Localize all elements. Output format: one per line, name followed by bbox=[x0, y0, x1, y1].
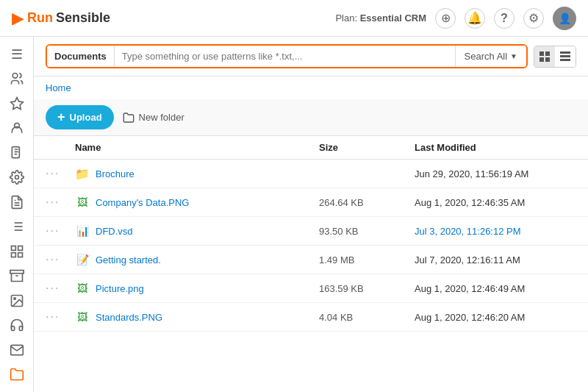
table-row: ··· 🖼 Standards.PNG 4.04 KB Aug 1, 2020,… bbox=[34, 303, 588, 332]
svg-rect-26 bbox=[560, 55, 570, 57]
svg-rect-23 bbox=[539, 57, 544, 62]
help-icon[interactable]: ? bbox=[494, 8, 514, 29]
sidebar-item-document[interactable] bbox=[4, 143, 30, 163]
row-options-button[interactable]: ··· bbox=[46, 224, 75, 238]
file-date-cell: Jun 29, 2020, 11:56:19 AM bbox=[415, 168, 576, 179]
upload-label: Upload bbox=[70, 112, 102, 123]
file-link[interactable]: Picture.png bbox=[96, 283, 144, 294]
add-icon[interactable]: ⊕ bbox=[435, 8, 456, 29]
row-options-button[interactable]: ··· bbox=[46, 167, 75, 180]
sidebar-item-favorites[interactable] bbox=[4, 93, 30, 114]
table-row: ··· 🖼 Company's Data.PNG 264.64 KB Aug 1… bbox=[34, 188, 588, 217]
upload-button[interactable]: + Upload bbox=[46, 105, 114, 129]
svg-rect-14 bbox=[18, 246, 22, 250]
notification-icon[interactable]: 🔔 bbox=[465, 8, 485, 29]
avatar[interactable]: 👤 bbox=[553, 7, 576, 30]
row-options-button[interactable]: ··· bbox=[46, 253, 75, 266]
sidebar-item-folder[interactable] bbox=[4, 365, 30, 385]
file-date-cell: Aug 1, 2020, 12:46:20 AM bbox=[415, 312, 576, 323]
logo-icon: ▶ bbox=[12, 9, 24, 28]
table-row: ··· 📝 Getting started. 1.49 MB Jul 7, 20… bbox=[34, 246, 588, 274]
image-icon: 🖼 bbox=[75, 310, 90, 324]
logo: ▶ RunSensible bbox=[12, 9, 110, 28]
grid-view-button[interactable] bbox=[534, 46, 555, 67]
file-link[interactable]: Standards.PNG bbox=[96, 312, 162, 323]
file-size-cell: 1.49 MB bbox=[319, 254, 415, 266]
file-size-cell: 264.64 KB bbox=[319, 197, 415, 208]
documents-label: Documents bbox=[47, 46, 115, 67]
search-all-button[interactable]: Search All ▼ bbox=[455, 46, 526, 67]
folder-icon: 📁 bbox=[75, 166, 90, 181]
svg-rect-15 bbox=[18, 252, 22, 257]
topbar: Documents Search All ▼ bbox=[34, 37, 588, 76]
row-options-button[interactable]: ··· bbox=[46, 282, 75, 295]
header-right: Plan: Essential CRM ⊕ 🔔 ? ⚙ 👤 bbox=[335, 7, 576, 30]
file-date-cell: Jul 7, 2020, 12:16:11 AM bbox=[415, 254, 576, 266]
table-header: Name Size Last Modified bbox=[34, 136, 588, 160]
view-toggle-group bbox=[534, 46, 576, 68]
doc-icon: 📝 bbox=[75, 252, 90, 267]
folder-icon bbox=[123, 112, 135, 124]
file-link[interactable]: Brochure bbox=[96, 168, 135, 179]
file-name-cell: 📁 Brochure bbox=[75, 166, 319, 181]
svg-marker-1 bbox=[10, 97, 23, 109]
new-folder-button[interactable]: New folder bbox=[123, 112, 184, 124]
svg-rect-16 bbox=[11, 252, 15, 257]
search-input[interactable] bbox=[115, 46, 455, 67]
col-size-header: Size bbox=[319, 142, 415, 153]
col-empty bbox=[46, 142, 75, 153]
file-name-cell: 📊 DFD.vsd bbox=[75, 224, 319, 238]
file-name-cell: 📝 Getting started. bbox=[75, 252, 319, 267]
new-folder-label: New folder bbox=[139, 112, 184, 123]
sidebar-item-report[interactable] bbox=[4, 192, 30, 213]
settings-icon[interactable]: ⚙ bbox=[523, 8, 544, 29]
sidebar: ☰ bbox=[0, 37, 34, 392]
chevron-down-icon: ▼ bbox=[510, 52, 517, 60]
svg-rect-25 bbox=[560, 51, 570, 54]
sidebar-item-grid[interactable] bbox=[4, 241, 30, 262]
breadcrumb[interactable]: Home bbox=[34, 76, 588, 99]
sidebar-item-person[interactable] bbox=[4, 118, 30, 139]
svg-point-4 bbox=[15, 176, 18, 179]
sidebar-item-image[interactable] bbox=[4, 291, 30, 311]
file-size-cell: 93.50 KB bbox=[319, 226, 415, 237]
svg-rect-17 bbox=[10, 271, 23, 274]
list-view-button[interactable] bbox=[555, 46, 576, 67]
row-options-button[interactable]: ··· bbox=[46, 310, 75, 324]
file-table: Name Size Last Modified ··· 📁 Brochure J… bbox=[34, 136, 588, 392]
file-size-cell: 163.59 KB bbox=[319, 283, 415, 294]
header: ▶ RunSensible Plan: Essential CRM ⊕ 🔔 ? … bbox=[0, 0, 588, 37]
sidebar-item-archive[interactable] bbox=[4, 266, 30, 287]
search-bar: Documents Search All ▼ bbox=[46, 44, 528, 68]
action-bar: + Upload New folder bbox=[34, 99, 588, 136]
svg-point-20 bbox=[13, 298, 15, 300]
svg-rect-24 bbox=[545, 57, 550, 62]
sidebar-item-menu[interactable]: ☰ bbox=[4, 44, 30, 65]
file-link[interactable]: Company's Data.PNG bbox=[96, 197, 189, 208]
sidebar-item-contacts[interactable] bbox=[4, 69, 30, 90]
sidebar-item-mail[interactable] bbox=[4, 340, 30, 360]
file-name-cell: 🖼 Company's Data.PNG bbox=[75, 195, 319, 210]
sidebar-item-list[interactable] bbox=[4, 217, 30, 238]
file-date-cell: Aug 1, 2020, 12:46:49 AM bbox=[415, 283, 576, 294]
search-btn-label: Search All bbox=[465, 51, 508, 62]
table-row: ··· 📊 DFD.vsd 93.50 KB Jul 3, 2020, 11:2… bbox=[34, 217, 588, 246]
file-name-cell: 🖼 Picture.png bbox=[75, 281, 319, 296]
file-link[interactable]: Getting started. bbox=[96, 254, 161, 266]
svg-rect-3 bbox=[12, 146, 19, 157]
file-date-cell: Aug 1, 2020, 12:46:35 AM bbox=[415, 197, 576, 208]
logo-sensible: Sensible bbox=[56, 10, 110, 26]
vsd-icon: 📊 bbox=[75, 224, 90, 238]
logo-run: Run bbox=[27, 10, 53, 26]
sidebar-item-settings[interactable] bbox=[4, 168, 30, 188]
table-row: ··· 🖼 Picture.png 163.59 KB Aug 1, 2020,… bbox=[34, 274, 588, 303]
plus-icon: + bbox=[57, 110, 65, 125]
file-link[interactable]: DFD.vsd bbox=[96, 226, 133, 237]
svg-rect-22 bbox=[545, 51, 550, 56]
row-options-button[interactable]: ··· bbox=[46, 196, 75, 209]
svg-rect-21 bbox=[539, 51, 544, 56]
sidebar-item-headset[interactable] bbox=[4, 316, 30, 336]
file-date-cell[interactable]: Jul 3, 2020, 11:26:12 PM bbox=[415, 226, 576, 237]
svg-rect-27 bbox=[560, 59, 570, 61]
svg-rect-13 bbox=[11, 246, 15, 250]
